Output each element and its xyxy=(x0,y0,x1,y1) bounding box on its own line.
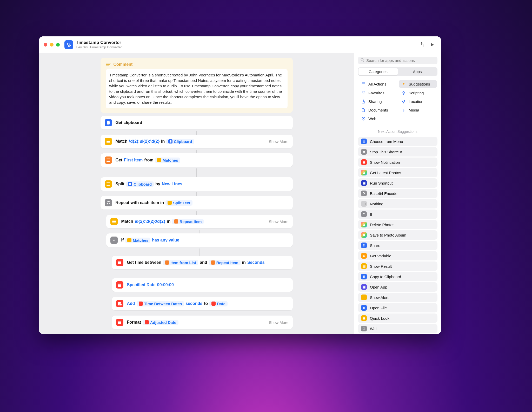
empty-icon: ▢ xyxy=(361,201,367,207)
sugg-get-photos[interactable]: ✿Get Latest Photos xyxy=(358,168,437,177)
library-tabs[interactable]: Categories Apps xyxy=(358,67,437,76)
seconds-token[interactable]: Seconds xyxy=(247,260,265,265)
sugg-base64[interactable]: ⟳Base64 Encode xyxy=(358,189,437,198)
clipboard-icon: ▯ xyxy=(361,274,367,279)
search-field[interactable] xyxy=(358,57,437,64)
action-match-2[interactable]: Match \d{2}:\d{2}:\d{2} in Repeat Item S… xyxy=(106,215,293,228)
specified-date-token[interactable]: Specified Date xyxy=(127,283,156,287)
sugg-nothing[interactable]: ▢Nothing xyxy=(358,199,437,208)
sugg-share[interactable]: ⇧Share xyxy=(358,241,437,250)
action-get-item[interactable]: Get First Item from Matches xyxy=(101,153,293,167)
sugg-run-shortcut[interactable]: ▣Run Shortcut xyxy=(358,178,437,188)
cat-web[interactable]: Web xyxy=(358,115,397,122)
sugg-open-app[interactable]: ▣Open App xyxy=(358,282,437,292)
photos-icon: ✿ xyxy=(361,170,367,175)
zoom-window-button[interactable] xyxy=(56,43,60,47)
repeat-item-variable[interactable]: Repeat Item xyxy=(172,219,204,224)
comment-block[interactable]: Comment Timestamp Converter is a shortcu… xyxy=(101,58,293,113)
tab-categories[interactable]: Categories xyxy=(358,68,398,75)
newlines-token[interactable]: New Lines xyxy=(162,182,182,186)
clipboard-variable[interactable]: Clipboard xyxy=(166,139,194,144)
file-icon: ▯ xyxy=(361,305,367,311)
cat-all-actions[interactable]: ☰All Actions xyxy=(358,80,397,88)
sugg-choose-from-menu[interactable]: ☰Choose from Menu xyxy=(358,137,437,146)
action-split[interactable]: Split Clipboard by New Lines xyxy=(101,177,293,191)
document-icon xyxy=(361,108,366,112)
regex-token[interactable]: \d{2}:\d{2}:\d{2} xyxy=(129,139,159,144)
stop-icon: ■ xyxy=(361,149,367,155)
run-button[interactable] xyxy=(428,40,436,49)
share-icon: ⇧ xyxy=(361,243,367,248)
calendar-icon xyxy=(116,281,123,289)
app-icon: ▣ xyxy=(361,284,367,290)
action-match-1[interactable]: Match \d{2}:\d{2}:\d{2} in Clipboard Sho… xyxy=(101,135,293,148)
sugg-open-file[interactable]: ▯Open File xyxy=(358,303,437,312)
action-get-clipboard[interactable]: Get clipboard xyxy=(101,116,293,129)
branch-icon: Y xyxy=(361,211,367,217)
cat-documents[interactable]: Documents xyxy=(358,106,397,114)
sugg-delete-photos[interactable]: ✿Delete Photos xyxy=(358,220,437,229)
sparkle-icon: ✦ xyxy=(401,82,406,86)
action-specified-date[interactable]: Specified Date 00:00:00 xyxy=(112,278,293,292)
cat-favorites[interactable]: ♡Favorites xyxy=(358,89,397,97)
time-between-variable[interactable]: Time Between Dates xyxy=(137,301,184,306)
branch-icon xyxy=(110,237,118,244)
show-more-button[interactable]: Show More xyxy=(269,219,289,224)
sugg-save-photo[interactable]: ✿Save to Photo Album xyxy=(358,230,437,240)
matches-variable[interactable]: Matches xyxy=(125,238,150,243)
svg-rect-3 xyxy=(129,183,131,185)
search-input[interactable] xyxy=(366,58,435,63)
share-button[interactable] xyxy=(417,40,426,49)
sugg-if[interactable]: YIf xyxy=(358,210,437,219)
sugg-show-result[interactable]: ▤Show Result xyxy=(358,261,437,271)
tab-apps[interactable]: Apps xyxy=(398,68,437,75)
cat-media[interactable]: ♪Media xyxy=(399,106,437,114)
show-more-button[interactable]: Show More xyxy=(269,320,289,325)
category-grid: ☰All Actions ✦Suggestions ♡Favorites Scr… xyxy=(354,80,441,126)
variable-icon: x xyxy=(361,253,367,259)
app-window: Timestamp Converter Hey Siri, Timestamp … xyxy=(39,36,441,334)
cat-location[interactable]: Location xyxy=(399,98,437,105)
comment-body[interactable]: Timestamp Converter is a shortcut create… xyxy=(106,69,288,108)
calendar-icon xyxy=(116,319,123,326)
sugg-quick-look[interactable]: ◉Quick Look xyxy=(358,313,437,323)
item-from-list-variable[interactable]: Item from List xyxy=(163,260,198,265)
menu-icon: ☰ xyxy=(361,139,367,144)
cat-scripting[interactable]: Scripting xyxy=(399,89,437,97)
sugg-copy-clipboard[interactable]: ▯Copy to Clipboard xyxy=(358,272,437,281)
repeat-item-variable[interactable]: Repeat Item xyxy=(209,260,241,265)
cat-suggestions[interactable]: ✦Suggestions xyxy=(399,80,437,88)
toolbar: Timestamp Converter Hey Siri, Timestamp … xyxy=(39,36,441,53)
text-icon xyxy=(110,218,118,225)
sugg-show-alert[interactable]: !Show Alert xyxy=(358,293,437,302)
clipboard-variable[interactable]: Clipboard xyxy=(126,181,154,187)
sugg-wait[interactable]: ◷Wait xyxy=(358,324,437,333)
action-add-time[interactable]: Add Time Between Dates seconds to Date xyxy=(112,297,293,310)
date-value-token[interactable]: 00:00:00 xyxy=(157,283,174,287)
sugg-get-variable[interactable]: xGet Variable xyxy=(358,251,437,260)
cat-sharing[interactable]: Sharing xyxy=(358,98,397,105)
svg-point-9 xyxy=(120,304,122,306)
code-icon: ⟳ xyxy=(361,191,367,196)
result-icon: ▤ xyxy=(361,263,367,269)
minimize-window-button[interactable] xyxy=(50,43,54,47)
first-item-token[interactable]: First Item xyxy=(124,158,143,162)
action-if[interactable]: If Matches has any value xyxy=(106,233,293,247)
action-format-date[interactable]: Format Adjusted Date Show More xyxy=(112,316,293,329)
photos-icon: ✿ xyxy=(361,222,367,227)
actions-editor[interactable]: Comment Timestamp Converter is a shortcu… xyxy=(39,53,354,334)
window-subtitle: Hey Siri, Timestamp Converter xyxy=(76,45,122,49)
action-repeat[interactable]: Repeat with each item in Split Text xyxy=(101,196,293,210)
clipboard-icon xyxy=(105,119,112,126)
split-text-variable[interactable]: Split Text xyxy=(165,200,192,206)
adjusted-date-variable[interactable]: Adjusted Date xyxy=(143,320,178,325)
date-variable[interactable]: Date xyxy=(209,301,228,306)
sugg-stop-shortcut[interactable]: ■Stop This Shortcut xyxy=(358,147,437,156)
show-more-button[interactable]: Show More xyxy=(269,139,289,144)
action-time-between[interactable]: Get time between Item from List and Repe… xyxy=(112,256,293,269)
sugg-show-notification[interactable]: ◉Show Notification xyxy=(358,158,437,167)
suggestions-list[interactable]: ☰Choose from Menu ■Stop This Shortcut ◉S… xyxy=(354,137,441,334)
matches-variable[interactable]: Matches xyxy=(155,158,180,163)
close-window-button[interactable] xyxy=(44,43,47,47)
condition-token[interactable]: has any value xyxy=(152,238,179,243)
